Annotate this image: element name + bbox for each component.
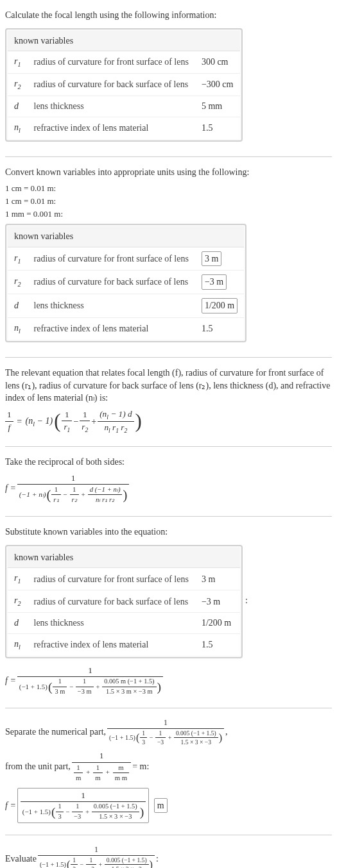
table-row: d lens thickness 1/200 m xyxy=(8,613,240,634)
table-row: d lens thickness 1/200 m xyxy=(8,294,244,318)
reciprocal-text: Take the reciprocal of both sides: xyxy=(5,456,332,469)
table-row: r2 radius of curvature for back surface … xyxy=(8,271,244,294)
table-row: nl refractive index of lens material 1.5 xyxy=(8,117,240,138)
known-vars-table-3: known variables r1 radius of curvature f… xyxy=(5,545,243,658)
divider xyxy=(5,835,332,835)
table-row: r2 radius of curvature for back surface … xyxy=(8,590,240,613)
lensmaker-equation: 1f = (nl − 1) ( 1r1 − 1r2 + (nl − 1) d n… xyxy=(5,408,332,435)
table-row: r2 radius of curvature for back surface … xyxy=(8,74,240,96)
intro-text: Calculate the focal length using the fol… xyxy=(5,9,332,22)
table-row: d lens thickness 5 mm xyxy=(8,96,240,117)
table-row: r1 radius of curvature for front surface… xyxy=(8,51,240,74)
divider xyxy=(5,446,332,447)
known-vars-table-1: known variables r1 radius of curvature f… xyxy=(5,28,243,142)
evaluate-line: Evaluate 1 (−1 + 1.5) ( 13 − 1−3 + 0.005… xyxy=(5,844,332,868)
table-header: known variables xyxy=(8,226,244,247)
colon: : xyxy=(245,594,248,607)
table-row: r1 radius of curvature for front surface… xyxy=(8,568,240,590)
divider xyxy=(5,516,332,517)
relevant-eq-text: The relevant equation that relates focal… xyxy=(5,367,332,405)
separated-equation: f = 1 (−1 + 1.5) ( 13 − 1−3 + 0.005 (−1 … xyxy=(5,788,332,824)
known-vars-table-2: known variables r1 radius of curvature f… xyxy=(5,224,246,342)
divider xyxy=(5,156,332,157)
conv-line: 1 cm = 0.01 m: xyxy=(5,183,332,194)
table-row: nl refractive index of lens material 1.5 xyxy=(8,317,244,339)
substitute-text: Substitute known variables into the equa… xyxy=(5,526,332,538)
table-row: r1 radius of curvature for front surface… xyxy=(8,247,244,271)
conv-line: 1 cm = 0.01 m: xyxy=(5,196,332,207)
conv-line: 1 mm = 0.001 m: xyxy=(5,208,332,220)
separate-text-line1: Separate the numerical part, 1 (−1 + 1.5… xyxy=(5,717,332,747)
substituted-equation: f = 1 (−1 + 1.5) ( 13 m − 1−3 m + 0.005 … xyxy=(5,665,332,697)
table-row: nl refractive index of lens material 1.5 xyxy=(8,633,240,655)
divider xyxy=(5,708,332,708)
convert-intro: Convert known variables into appropriate… xyxy=(5,166,332,179)
table-header: known variables xyxy=(8,547,240,568)
separate-text-line2: from the unit part, 1 1m + 1m + mm m = m… xyxy=(5,751,332,783)
divider xyxy=(5,357,332,358)
reciprocal-equation: f = 1 (−1 + nₗ) ( 1r₁ − 1r₂ + d (−1 + nₗ… xyxy=(5,472,332,505)
table-header: known variables xyxy=(8,31,240,51)
